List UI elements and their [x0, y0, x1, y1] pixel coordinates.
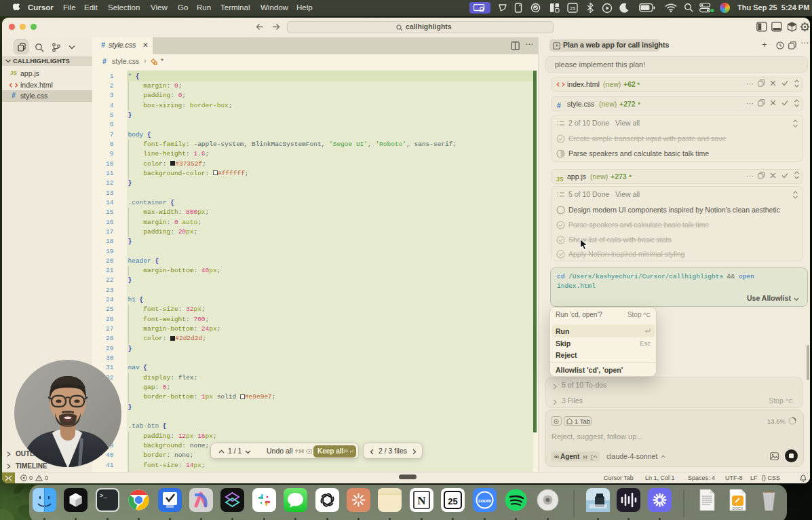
svg-text:N: N [417, 494, 426, 507]
svg-text:zoom: zoom [478, 498, 492, 504]
svg-text:DOCX: DOCX [733, 506, 743, 510]
svg-text:>_: >_ [100, 493, 107, 500]
svg-text:25: 25 [448, 496, 457, 506]
svg-text:25: 25 [570, 5, 575, 12]
